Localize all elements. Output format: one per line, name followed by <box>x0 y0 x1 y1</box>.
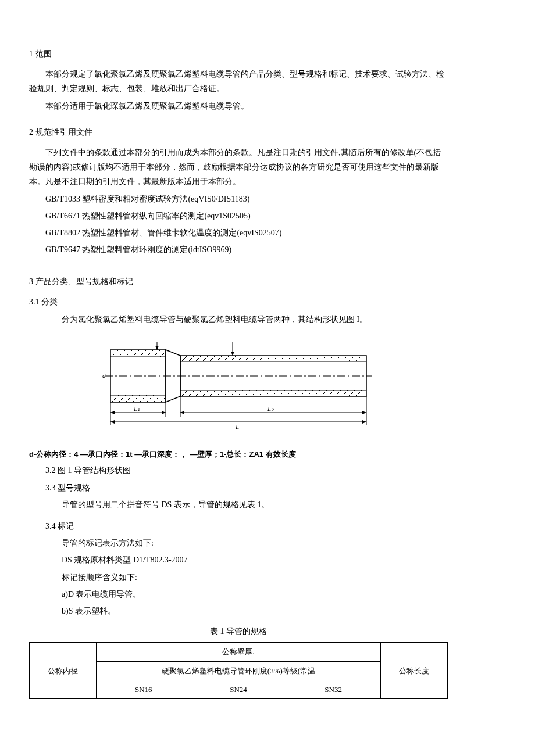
th-grade-1: SN24 <box>191 680 286 699</box>
s2-ref-3: GB/T9647 热塑性塑料管材环刚度的测定(idtISO9969) <box>45 242 448 257</box>
section-2-heading: 2 规范性引用文件 <box>29 125 448 139</box>
svg-line-74 <box>356 390 362 396</box>
svg-line-39 <box>293 356 299 361</box>
svg-marker-95 <box>362 420 366 424</box>
svg-line-6 <box>133 350 140 357</box>
svg-line-71 <box>335 390 341 396</box>
svg-line-5 <box>126 350 133 357</box>
svg-line-56 <box>230 390 236 396</box>
svg-line-57 <box>237 390 243 396</box>
th-grade-0: SN16 <box>96 680 191 699</box>
svg-line-66 <box>300 390 306 396</box>
svg-line-23 <box>181 356 187 361</box>
svg-line-37 <box>279 356 285 361</box>
pipe-diagram-svg: L₁ L₀ L d <box>99 338 378 431</box>
s2-p1: 下列文件中的条款通过本部分的引用而成为本部分的条款。凡是注日期的引用文件,其随后… <box>29 145 448 189</box>
svg-marker-79 <box>231 352 234 356</box>
svg-line-48 <box>356 356 362 361</box>
svg-line-7 <box>140 350 147 357</box>
section-1-heading: 1 范围 <box>29 46 448 61</box>
svg-line-58 <box>244 390 250 396</box>
svg-line-31 <box>237 356 243 361</box>
svg-line-72 <box>342 390 348 396</box>
svg-line-14 <box>126 395 133 402</box>
s2-ref-0: GB/T1033 塑料密度和相对密度试验方法(eqVIS0/DIS1183) <box>45 192 448 206</box>
s3-4-l0: 导管的标记表示方法如下: <box>62 536 448 550</box>
svg-line-26 <box>202 356 208 361</box>
svg-line-18 <box>154 395 160 402</box>
svg-line-12 <box>112 395 119 402</box>
s3-4-l1: DS 规格原材料类型 D1/T802.3-2007 <box>62 553 448 567</box>
s3-4-l3: a)D 表示电缆用导管。 <box>62 587 448 601</box>
s1-p2: 本部分适用于氯化琛氯乙烯及硬聚氯乙烯塑料电缆导管。 <box>29 99 448 113</box>
svg-line-13 <box>119 395 126 402</box>
svg-line-44 <box>328 356 334 361</box>
svg-line-25 <box>195 356 201 361</box>
section-3-heading: 3 产品分类、型号规格和标记 <box>29 274 448 289</box>
table-1: 公称内径 公称壁厚. 公称长度 硬聚氯乙烯塑料电缆导管环刚度(3%)等级(常温 … <box>29 642 448 699</box>
svg-line-65 <box>293 390 299 396</box>
s2-ref-1: GB/T6671 热塑性塑料管材纵向回缩率的测定(eqv1S02505) <box>45 209 448 223</box>
s3-3-p1: 导管的型号用二个拼音符号 DS 表示，导管的规格见表 1。 <box>62 497 448 512</box>
svg-line-53 <box>209 390 215 396</box>
svg-marker-90 <box>362 411 366 414</box>
svg-line-59 <box>251 390 257 396</box>
svg-line-62 <box>272 390 278 396</box>
svg-line-69 <box>321 390 327 396</box>
svg-line-52 <box>202 390 208 396</box>
s3-4-l2: 标记按顺序含义如下: <box>62 570 448 585</box>
svg-line-38 <box>286 356 292 361</box>
svg-line-9 <box>154 350 160 357</box>
svg-line-17 <box>147 395 154 402</box>
svg-line-41 <box>307 356 313 361</box>
th-grade-2: SN32 <box>286 680 381 699</box>
svg-line-51 <box>195 390 201 396</box>
svg-line-42 <box>314 356 320 361</box>
s3-4-heading: 3.4 标记 <box>45 519 448 533</box>
svg-line-70 <box>328 390 334 396</box>
svg-line-68 <box>314 390 320 396</box>
svg-marker-83 <box>110 411 115 414</box>
svg-line-24 <box>188 356 194 361</box>
th-length: 公称长度 <box>381 643 448 699</box>
table-1-title: 表 1 导管的规格 <box>29 624 448 639</box>
th-thickness: 公称壁厚. <box>96 643 381 661</box>
th-subhead: 硬聚氯乙烯塑料电缆导管环刚度(3%)等级(常温 <box>96 661 381 680</box>
svg-line-30 <box>230 356 236 361</box>
table-row: 公称内径 公称壁厚. 公称长度 <box>30 643 448 661</box>
s2-ref-2: GB/T8802 热塑性塑料管材、管件维卡软化温度的测定(eqvIS02507) <box>45 225 448 240</box>
svg-line-63 <box>279 390 285 396</box>
svg-line-33 <box>251 356 257 361</box>
svg-line-64 <box>286 390 292 396</box>
svg-line-32 <box>244 356 250 361</box>
svg-line-34 <box>258 356 264 361</box>
svg-line-61 <box>265 390 271 396</box>
svg-line-4 <box>119 350 126 357</box>
svg-line-36 <box>272 356 278 361</box>
svg-line-40 <box>300 356 306 361</box>
svg-line-50 <box>188 390 194 396</box>
svg-line-27 <box>209 356 215 361</box>
svg-line-19 <box>160 397 166 402</box>
svg-line-16 <box>140 395 147 402</box>
svg-line-60 <box>258 390 264 396</box>
svg-text:L₁: L₁ <box>133 405 140 412</box>
figure-caption-text: d-公称内径：4 —承口内径：1t —承口深度：， —壁厚；1-总长：ZA1 有… <box>29 450 296 458</box>
s3-2-heading: 3.2 图 1 导管结构形状图 <box>45 463 448 478</box>
svg-line-49 <box>181 390 187 396</box>
svg-line-55 <box>223 390 229 396</box>
svg-line-3 <box>112 350 119 357</box>
svg-text:L₀: L₀ <box>267 405 274 412</box>
svg-marker-84 <box>162 411 166 414</box>
s3-3-heading: 3.3 型号规格 <box>45 481 448 495</box>
svg-line-45 <box>335 356 341 361</box>
svg-marker-77 <box>155 346 159 350</box>
svg-line-8 <box>147 350 154 357</box>
svg-text:L: L <box>235 423 239 430</box>
svg-line-43 <box>321 356 327 361</box>
svg-line-29 <box>223 356 229 361</box>
svg-marker-94 <box>110 420 115 424</box>
svg-line-35 <box>265 356 271 361</box>
th-inner-dia: 公称内径 <box>30 643 97 699</box>
svg-text:d: d <box>102 372 106 379</box>
